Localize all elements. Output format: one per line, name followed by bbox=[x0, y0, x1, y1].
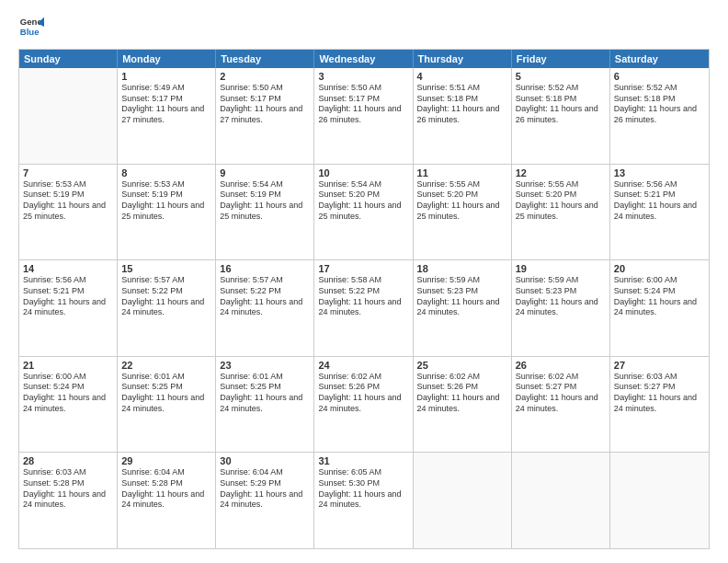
cal-cell-30: 30Sunrise: 6:04 AM Sunset: 5:29 PM Dayli… bbox=[216, 453, 314, 548]
cal-cell-2: 2Sunrise: 5:50 AM Sunset: 5:17 PM Daylig… bbox=[216, 68, 314, 164]
day-number: 2 bbox=[220, 71, 310, 82]
sun-info: Sunrise: 5:58 AM Sunset: 5:22 PM Dayligh… bbox=[318, 275, 408, 318]
sun-info: Sunrise: 5:51 AM Sunset: 5:18 PM Dayligh… bbox=[417, 83, 507, 126]
cal-cell-13: 13Sunrise: 5:56 AM Sunset: 5:21 PM Dayli… bbox=[610, 165, 709, 260]
day-header-thursday: Thursday bbox=[414, 50, 512, 68]
sun-info: Sunrise: 5:56 AM Sunset: 5:21 PM Dayligh… bbox=[23, 275, 113, 318]
sun-info: Sunrise: 5:55 AM Sunset: 5:20 PM Dayligh… bbox=[417, 179, 507, 223]
day-number: 15 bbox=[121, 263, 211, 274]
day-number: 18 bbox=[417, 263, 507, 274]
sun-info: Sunrise: 5:59 AM Sunset: 5:23 PM Dayligh… bbox=[417, 275, 507, 318]
sun-info: Sunrise: 6:02 AM Sunset: 5:26 PM Dayligh… bbox=[318, 372, 408, 415]
day-header-wednesday: Wednesday bbox=[314, 50, 413, 68]
sun-info: Sunrise: 5:53 AM Sunset: 5:19 PM Dayligh… bbox=[23, 179, 113, 223]
day-number: 25 bbox=[417, 360, 507, 371]
day-number: 4 bbox=[417, 71, 507, 82]
day-number: 5 bbox=[516, 71, 606, 82]
sun-info: Sunrise: 5:52 AM Sunset: 5:18 PM Dayligh… bbox=[516, 83, 606, 126]
cal-cell-16: 16Sunrise: 5:57 AM Sunset: 5:22 PM Dayli… bbox=[216, 260, 314, 356]
cal-cell-1: 1Sunrise: 5:49 AM Sunset: 5:17 PM Daylig… bbox=[118, 68, 216, 164]
sun-info: Sunrise: 6:04 AM Sunset: 5:28 PM Dayligh… bbox=[121, 467, 211, 511]
sun-info: Sunrise: 5:57 AM Sunset: 5:22 PM Dayligh… bbox=[220, 275, 310, 318]
cal-cell-15: 15Sunrise: 5:57 AM Sunset: 5:22 PM Dayli… bbox=[118, 260, 216, 356]
cal-cell-20: 20Sunrise: 6:00 AM Sunset: 5:24 PM Dayli… bbox=[610, 260, 709, 356]
day-number: 22 bbox=[121, 360, 211, 371]
cal-cell-6: 6Sunrise: 5:52 AM Sunset: 5:18 PM Daylig… bbox=[610, 68, 709, 164]
day-number: 1 bbox=[121, 71, 211, 82]
cal-cell-empty-6 bbox=[610, 453, 709, 548]
sun-info: Sunrise: 5:50 AM Sunset: 5:17 PM Dayligh… bbox=[220, 83, 310, 126]
sun-info: Sunrise: 5:57 AM Sunset: 5:22 PM Dayligh… bbox=[121, 275, 211, 318]
day-number: 24 bbox=[318, 360, 408, 371]
week-row-0: 1Sunrise: 5:49 AM Sunset: 5:17 PM Daylig… bbox=[19, 68, 709, 164]
day-header-sunday: Sunday bbox=[19, 50, 118, 68]
cal-cell-26: 26Sunrise: 6:02 AM Sunset: 5:27 PM Dayli… bbox=[512, 357, 610, 453]
day-number: 27 bbox=[614, 360, 705, 371]
day-number: 7 bbox=[23, 167, 113, 178]
sun-info: Sunrise: 6:02 AM Sunset: 5:26 PM Dayligh… bbox=[417, 372, 507, 415]
week-row-3: 21Sunrise: 6:00 AM Sunset: 5:24 PM Dayli… bbox=[19, 356, 709, 453]
day-number: 21 bbox=[23, 360, 113, 371]
cal-cell-14: 14Sunrise: 5:56 AM Sunset: 5:21 PM Dayli… bbox=[19, 260, 118, 356]
day-number: 8 bbox=[121, 167, 211, 178]
logo-icon: General Blue bbox=[18, 14, 44, 40]
sun-info: Sunrise: 5:49 AM Sunset: 5:17 PM Dayligh… bbox=[121, 83, 211, 126]
calendar-header: SundayMondayTuesdayWednesdayThursdayFrid… bbox=[19, 50, 709, 68]
sun-info: Sunrise: 5:56 AM Sunset: 5:21 PM Dayligh… bbox=[614, 179, 705, 223]
day-header-tuesday: Tuesday bbox=[216, 50, 314, 68]
cal-cell-8: 8Sunrise: 5:53 AM Sunset: 5:19 PM Daylig… bbox=[118, 165, 216, 260]
sun-info: Sunrise: 6:00 AM Sunset: 5:24 PM Dayligh… bbox=[23, 372, 113, 415]
day-number: 26 bbox=[516, 360, 606, 371]
day-number: 23 bbox=[220, 360, 310, 371]
day-number: 19 bbox=[516, 263, 606, 274]
sun-info: Sunrise: 6:03 AM Sunset: 5:28 PM Dayligh… bbox=[23, 467, 113, 511]
calendar: SundayMondayTuesdayWednesdayThursdayFrid… bbox=[18, 49, 710, 549]
calendar-body: 1Sunrise: 5:49 AM Sunset: 5:17 PM Daylig… bbox=[19, 68, 709, 548]
cal-cell-4: 4Sunrise: 5:51 AM Sunset: 5:18 PM Daylig… bbox=[414, 68, 512, 164]
cal-cell-23: 23Sunrise: 6:01 AM Sunset: 5:25 PM Dayli… bbox=[216, 357, 314, 453]
sun-info: Sunrise: 6:05 AM Sunset: 5:30 PM Dayligh… bbox=[318, 467, 408, 511]
cal-cell-18: 18Sunrise: 5:59 AM Sunset: 5:23 PM Dayli… bbox=[414, 260, 512, 356]
day-number: 6 bbox=[614, 71, 705, 82]
cal-cell-31: 31Sunrise: 6:05 AM Sunset: 5:30 PM Dayli… bbox=[314, 453, 413, 548]
day-header-saturday: Saturday bbox=[610, 50, 709, 68]
cal-cell-24: 24Sunrise: 6:02 AM Sunset: 5:26 PM Dayli… bbox=[314, 357, 413, 453]
sun-info: Sunrise: 5:54 AM Sunset: 5:20 PM Dayligh… bbox=[318, 179, 408, 223]
sun-info: Sunrise: 5:54 AM Sunset: 5:19 PM Dayligh… bbox=[220, 179, 310, 223]
day-number: 31 bbox=[318, 455, 408, 466]
cal-cell-28: 28Sunrise: 6:03 AM Sunset: 5:28 PM Dayli… bbox=[19, 453, 118, 548]
sun-info: Sunrise: 6:04 AM Sunset: 5:29 PM Dayligh… bbox=[220, 467, 310, 511]
cal-cell-3: 3Sunrise: 5:50 AM Sunset: 5:17 PM Daylig… bbox=[314, 68, 413, 164]
day-number: 20 bbox=[614, 263, 705, 274]
day-number: 29 bbox=[121, 455, 211, 466]
sun-info: Sunrise: 5:55 AM Sunset: 5:20 PM Dayligh… bbox=[516, 179, 606, 223]
day-header-friday: Friday bbox=[512, 50, 610, 68]
cal-cell-21: 21Sunrise: 6:00 AM Sunset: 5:24 PM Dayli… bbox=[19, 357, 118, 453]
day-number: 14 bbox=[23, 263, 113, 274]
cal-cell-19: 19Sunrise: 5:59 AM Sunset: 5:23 PM Dayli… bbox=[512, 260, 610, 356]
cal-cell-7: 7Sunrise: 5:53 AM Sunset: 5:19 PM Daylig… bbox=[19, 165, 118, 260]
day-number: 3 bbox=[318, 71, 408, 82]
week-row-4: 28Sunrise: 6:03 AM Sunset: 5:28 PM Dayli… bbox=[19, 452, 709, 548]
day-number: 16 bbox=[220, 263, 310, 274]
day-number: 11 bbox=[417, 167, 507, 178]
cal-cell-27: 27Sunrise: 6:03 AM Sunset: 5:27 PM Dayli… bbox=[610, 357, 709, 453]
day-number: 30 bbox=[220, 455, 310, 466]
week-row-2: 14Sunrise: 5:56 AM Sunset: 5:21 PM Dayli… bbox=[19, 259, 709, 356]
day-header-monday: Monday bbox=[118, 50, 216, 68]
header: General Blue bbox=[18, 14, 710, 40]
sun-info: Sunrise: 6:02 AM Sunset: 5:27 PM Dayligh… bbox=[516, 372, 606, 415]
sun-info: Sunrise: 6:00 AM Sunset: 5:24 PM Dayligh… bbox=[614, 275, 705, 318]
cal-cell-25: 25Sunrise: 6:02 AM Sunset: 5:26 PM Dayli… bbox=[414, 357, 512, 453]
day-number: 28 bbox=[23, 455, 113, 466]
cal-cell-empty-4 bbox=[414, 453, 512, 548]
cal-cell-10: 10Sunrise: 5:54 AM Sunset: 5:20 PM Dayli… bbox=[314, 165, 413, 260]
cal-cell-9: 9Sunrise: 5:54 AM Sunset: 5:19 PM Daylig… bbox=[216, 165, 314, 260]
sun-info: Sunrise: 5:50 AM Sunset: 5:17 PM Dayligh… bbox=[318, 83, 408, 126]
logo: General Blue bbox=[18, 14, 29, 40]
week-row-1: 7Sunrise: 5:53 AM Sunset: 5:19 PM Daylig… bbox=[19, 164, 709, 260]
sun-info: Sunrise: 5:53 AM Sunset: 5:19 PM Dayligh… bbox=[121, 179, 211, 223]
cal-cell-22: 22Sunrise: 6:01 AM Sunset: 5:25 PM Dayli… bbox=[118, 357, 216, 453]
day-number: 10 bbox=[318, 167, 408, 178]
day-number: 9 bbox=[220, 167, 310, 178]
